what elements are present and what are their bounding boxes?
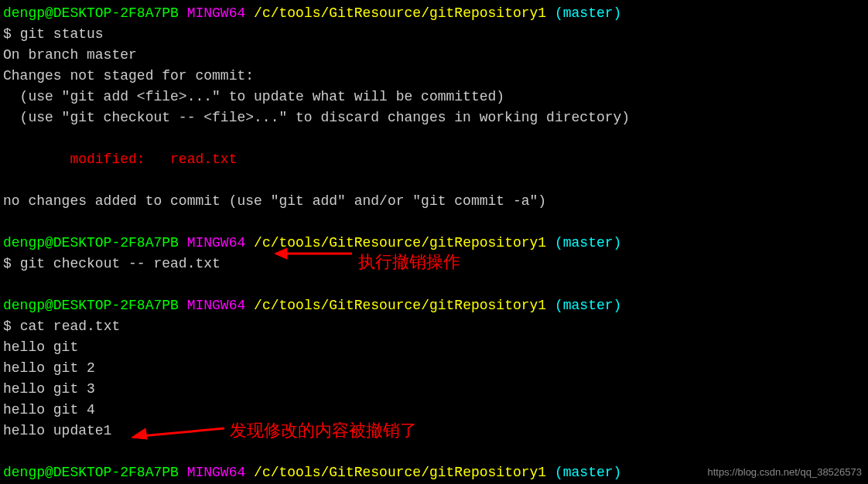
path: /c/tools/GitResource/gitRepository1 (254, 5, 546, 21)
command-cat: cat read.txt (20, 319, 121, 334)
arrow-icon (275, 244, 352, 263)
prompt-line: dengp@DESKTOP-2F8A7PB MINGW64 /c/tools/G… (3, 295, 865, 316)
cat-output-3: hello git 3 (3, 379, 865, 400)
dollar: $ (3, 26, 12, 42)
cat-output-4: hello git 4 (3, 400, 865, 421)
dollar: $ (3, 319, 12, 334)
terminal-output[interactable]: dengp@DESKTOP-2F8A7PB MINGW64 /c/tools/G… (3, 3, 865, 484)
cat-output-1: hello git (3, 337, 865, 358)
branch: (master) (555, 5, 621, 21)
user-host: dengp@DESKTOP-2F8A7PB (3, 298, 179, 313)
arrow-icon (132, 422, 224, 441)
svg-line-2 (141, 428, 224, 436)
user-host: dengp@DESKTOP-2F8A7PB (3, 465, 179, 480)
path: /c/tools/GitResource/gitRepository1 (254, 298, 546, 313)
shell-name: MINGW64 (187, 235, 246, 251)
command-status: git status (20, 26, 104, 42)
output-on-branch: On branch master (3, 45, 865, 66)
shell-name: MINGW64 (187, 298, 246, 313)
user-host: dengp@DESKTOP-2F8A7PB (3, 235, 179, 251)
command-checkout: git checkout -- read.txt (20, 256, 220, 271)
path: /c/tools/GitResource/gitRepository1 (254, 465, 546, 480)
branch: (master) (555, 235, 621, 251)
annotation-1: 执行撤销操作 (358, 249, 460, 274)
watermark: https://blog.csdn.net/qq_38526573 (708, 465, 863, 480)
user-host: dengp@DESKTOP-2F8A7PB (3, 5, 179, 21)
annotation-2: 发现修改的内容被撤销了 (230, 418, 417, 443)
branch: (master) (555, 465, 621, 480)
prompt-line: dengp@DESKTOP-2F8A7PB MINGW64 /c/tools/G… (3, 3, 865, 24)
branch: (master) (555, 298, 621, 313)
shell-name: MINGW64 (187, 465, 246, 480)
svg-marker-3 (132, 428, 147, 439)
svg-marker-1 (275, 248, 287, 259)
dollar: $ (3, 256, 12, 271)
output-hint-checkout: (use "git checkout -- <file>..." to disc… (3, 107, 865, 128)
output-modified: modified: read.txt (3, 149, 865, 170)
command-line: $ git status (3, 24, 865, 45)
output-no-changes: no changes added to commit (use "git add… (3, 191, 865, 212)
cat-output-2: hello git 2 (3, 358, 865, 379)
output-hint-add: (use "git add <file>..." to update what … (3, 87, 865, 107)
command-line: $ cat read.txt (3, 316, 865, 337)
shell-name: MINGW64 (187, 5, 246, 21)
output-changes-header: Changes not staged for commit: (3, 66, 865, 87)
